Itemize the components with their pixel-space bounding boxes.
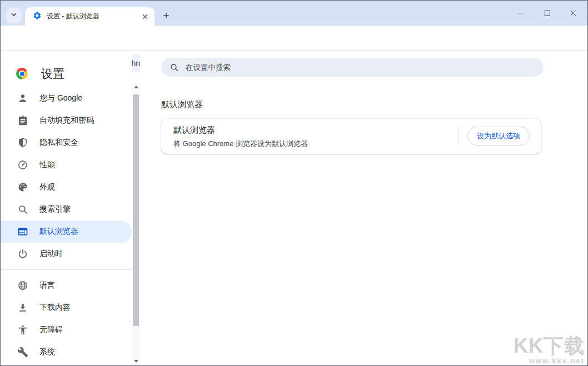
sidebar-item-label: 隐私和安全 bbox=[39, 138, 78, 148]
sidebar-item-label: 无障碍 bbox=[39, 325, 63, 335]
settings-search[interactable] bbox=[161, 58, 544, 77]
sidebar-item-label: 语言 bbox=[39, 280, 55, 290]
tab-strip: 设置 - 默认浏览器 + bbox=[1, 1, 587, 26]
section-title: 默认浏览器 bbox=[161, 99, 203, 110]
sidebar-divider bbox=[1, 269, 132, 270]
autofill-icon bbox=[17, 115, 28, 126]
plus-icon: + bbox=[163, 9, 169, 22]
search-icon bbox=[17, 204, 28, 215]
sidebar-item-default-browser[interactable]: 默认浏览器 bbox=[1, 220, 132, 243]
sidebar-item-label: 默认浏览器 bbox=[39, 227, 78, 237]
sidebar-item-system[interactable]: 系统 bbox=[1, 341, 132, 363]
window-controls bbox=[508, 1, 586, 26]
close-icon bbox=[570, 9, 577, 17]
sidebar-item-languages[interactable]: 语言 bbox=[1, 274, 132, 297]
sidebar-item-label: 性能 bbox=[39, 160, 55, 170]
minimize-button[interactable] bbox=[508, 1, 534, 26]
sidebar-item-label: 搜索引擎 bbox=[39, 204, 71, 214]
browser-icon bbox=[17, 226, 28, 237]
speedometer-icon bbox=[17, 159, 28, 171]
sidebar-item-performance[interactable]: 性能 bbox=[1, 154, 132, 176]
palette-icon bbox=[17, 182, 28, 193]
maximize-button[interactable] bbox=[534, 1, 560, 26]
active-tab[interactable]: 设置 - 默认浏览器 bbox=[25, 7, 155, 26]
chrome-logo-icon bbox=[16, 68, 28, 79]
page-scrollbar[interactable] bbox=[132, 83, 140, 365]
search-icon bbox=[170, 63, 179, 72]
default-browser-card: 默认浏览器 将 Google Chrome 浏览器设为默认浏览器 设为默认选项 bbox=[161, 119, 541, 154]
search-input[interactable] bbox=[185, 63, 535, 72]
settings-title: 设置 bbox=[41, 66, 64, 82]
settings-header: 设置 bbox=[1, 51, 132, 87]
sidebar-item-label: 自动填充和密码 bbox=[39, 116, 94, 126]
new-tab-button[interactable]: + bbox=[158, 8, 174, 23]
settings-sidebar: 设置 您与 Google 自动填充和密码 隐私和安全 性能 外观 bbox=[1, 51, 132, 365]
globe-icon bbox=[17, 280, 28, 291]
wrench-icon bbox=[17, 347, 28, 358]
power-icon bbox=[17, 248, 28, 259]
card-subtitle: 将 Google Chrome 浏览器设为默认浏览器 bbox=[173, 139, 308, 149]
browser-toolbar: Chrome chrome://settings/defaultBrowser bbox=[1, 26, 587, 51]
sidebar-item-label: 下载内容 bbox=[39, 303, 71, 313]
accessibility-icon bbox=[17, 324, 28, 335]
sidebar-item-label: 您与 Google bbox=[39, 93, 82, 103]
minimize-icon bbox=[518, 13, 524, 13]
set-default-button[interactable]: 设为默认选项 bbox=[467, 127, 530, 146]
sidebar-item-on-startup[interactable]: 启动时 bbox=[1, 243, 132, 265]
close-button[interactable] bbox=[560, 1, 586, 26]
sidebar-item-label: 系统 bbox=[39, 347, 55, 357]
chevron-down-icon bbox=[10, 11, 18, 21]
scroll-down-icon[interactable] bbox=[132, 357, 140, 365]
sidebar-item-search-engine[interactable]: 搜索引擎 bbox=[1, 198, 132, 220]
scrollbar-thumb[interactable] bbox=[133, 94, 139, 326]
tab-title: 设置 - 默认浏览器 bbox=[47, 12, 135, 21]
person-icon bbox=[17, 93, 28, 104]
sidebar-item-appearance[interactable]: 外观 bbox=[1, 176, 132, 198]
sidebar-item-autofill[interactable]: 自动填充和密码 bbox=[1, 109, 132, 132]
sidebar-item-accessibility[interactable]: 无障碍 bbox=[1, 319, 132, 341]
settings-gear-favicon-icon bbox=[33, 11, 42, 22]
sidebar-item-you-and-google[interactable]: 您与 Google bbox=[1, 87, 132, 109]
maximize-icon bbox=[545, 11, 550, 16]
tab-close-icon[interactable] bbox=[140, 12, 150, 22]
watermark-logo-text: KK下载 bbox=[514, 336, 585, 356]
settings-main: 默认浏览器 默认浏览器 将 Google Chrome 浏览器设为默认浏览器 设… bbox=[140, 51, 587, 365]
card-divider bbox=[458, 127, 459, 146]
card-text: 默认浏览器 将 Google Chrome 浏览器设为默认浏览器 bbox=[173, 125, 308, 149]
sidebar-item-label: 外观 bbox=[39, 182, 55, 192]
sidebar-item-downloads[interactable]: 下载内容 bbox=[1, 297, 132, 319]
scroll-up-icon[interactable] bbox=[132, 83, 140, 91]
tab-search-button[interactable] bbox=[6, 8, 22, 23]
sidebar-item-label: 启动时 bbox=[39, 249, 63, 259]
browser-window: 设置 - 默认浏览器 + Chrome bbox=[0, 0, 588, 366]
watermark: KK下载 www.kkx.net bbox=[514, 336, 585, 365]
watermark-url-text: www.kkx.net bbox=[514, 357, 585, 365]
card-title: 默认浏览器 bbox=[173, 125, 308, 136]
download-icon bbox=[17, 302, 28, 313]
sidebar-item-privacy-security[interactable]: 隐私和安全 bbox=[1, 132, 132, 154]
settings-nav: 您与 Google 自动填充和密码 隐私和安全 性能 外观 搜索引擎 bbox=[1, 87, 132, 363]
shield-icon bbox=[17, 137, 28, 148]
